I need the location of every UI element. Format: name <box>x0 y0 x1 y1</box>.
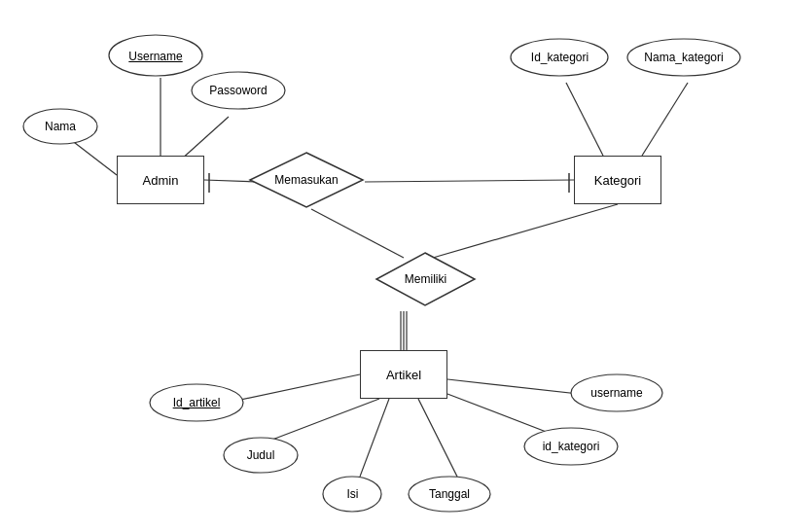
svg-line-13 <box>418 399 457 477</box>
attribute-passoword: Passoword <box>190 70 287 111</box>
svg-line-8 <box>433 204 618 258</box>
entity-admin-label: Admin <box>143 173 179 188</box>
attribute-judul-label: Judul <box>247 448 275 462</box>
svg-line-2 <box>180 117 229 160</box>
relationship-memiliki: Memiliki <box>375 251 477 307</box>
relationship-memiliki-label: Memiliki <box>405 272 446 286</box>
attribute-id-artikel: Id_artikel <box>148 382 245 423</box>
attribute-username-artikel-label: username <box>590 386 642 400</box>
attribute-username-label: Username <box>128 50 182 63</box>
svg-line-4 <box>365 180 574 182</box>
attribute-judul: Judul <box>222 436 300 475</box>
attribute-isi: Isi <box>321 475 384 514</box>
entity-artikel: Artikel <box>360 350 447 399</box>
svg-line-6 <box>642 83 688 156</box>
attribute-tanggal-label: Tanggal <box>429 487 470 501</box>
relationship-memasukan: Memasukan <box>248 151 365 209</box>
attribute-nama-kategori: Nama_kategori <box>625 37 742 78</box>
attribute-tanggal: Tanggal <box>407 475 492 514</box>
entity-kategori: Kategori <box>574 156 661 204</box>
attribute-id-artikel-label: Id_artikel <box>173 396 221 409</box>
attribute-nama: Nama <box>21 107 99 146</box>
svg-line-12 <box>360 399 389 477</box>
entity-admin: Admin <box>117 156 204 204</box>
entity-artikel-label: Artikel <box>386 368 421 382</box>
svg-line-5 <box>566 83 603 156</box>
attribute-id-kategori-artikel-label: id_kategori <box>543 440 600 453</box>
relationship-memasukan-label: Memasukan <box>274 173 338 187</box>
entity-kategori-label: Kategori <box>594 173 641 188</box>
attribute-isi-label: Isi <box>347 487 359 501</box>
attribute-username-artikel: username <box>569 372 664 413</box>
attribute-passoword-label: Passoword <box>209 84 267 97</box>
er-diagram: Admin Kategori Artikel Memasukan Memilik… <box>0 0 785 532</box>
attribute-id-kategori-label: Id_kategori <box>531 51 589 64</box>
attribute-nama-label: Nama <box>45 120 76 133</box>
attribute-nama-kategori-label: Nama_kategori <box>644 51 723 64</box>
attribute-id-kategori: Id_kategori <box>509 37 611 78</box>
attribute-id-kategori-artikel: id_kategori <box>522 426 620 467</box>
